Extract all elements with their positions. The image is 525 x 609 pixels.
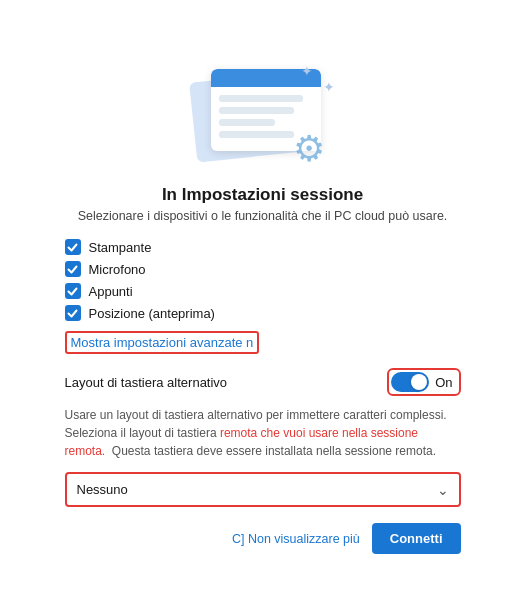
hero-line-3: [219, 119, 275, 126]
checkbox-clipboard-label: Appunti: [89, 284, 133, 299]
toggle-control[interactable]: On: [387, 368, 460, 396]
toggle-on-label: On: [435, 375, 452, 390]
checkbox-printer-box[interactable]: [65, 239, 81, 255]
checkbox-clipboard[interactable]: Appunti: [65, 283, 461, 299]
checkmark-icon: [67, 286, 78, 297]
checkbox-microphone[interactable]: Microfono: [65, 261, 461, 277]
keyboard-dropdown-wrapper: Nessuno ⌄: [65, 472, 461, 507]
keyboard-layout-toggle-row: Layout di tastiera alternativo On: [65, 368, 461, 396]
checkbox-clipboard-box[interactable]: [65, 283, 81, 299]
gear-icon: ⚙: [293, 131, 331, 169]
toggle-switch[interactable]: [391, 372, 429, 392]
sparkle-icon-1: ✦: [301, 63, 313, 79]
dismiss-link[interactable]: C] Non visualizzare più: [232, 532, 360, 546]
checkbox-location[interactable]: Posizione (anteprima): [65, 305, 461, 321]
hero-line-2: [219, 107, 294, 114]
checkmark-icon: [67, 264, 78, 275]
device-checkbox-list: Stampante Microfono Appunti: [65, 239, 461, 321]
description-highlight: remota che vuoi usare nella sessione rem…: [65, 426, 419, 458]
checkbox-microphone-label: Microfono: [89, 262, 146, 277]
hero-line-4: [219, 131, 294, 138]
hero-line-1: [219, 95, 304, 102]
connect-button[interactable]: Connetti: [372, 523, 461, 554]
advanced-settings-section: Mostra impostazioni avanzate n: [65, 331, 461, 354]
checkbox-location-label: Posizione (anteprima): [89, 306, 215, 321]
checkbox-microphone-box[interactable]: [65, 261, 81, 277]
checkmark-icon: [67, 308, 78, 319]
page-subtitle: Selezionare i dispositivi o le funzional…: [78, 209, 448, 223]
page-title: In Impostazioni sessione: [162, 185, 363, 205]
hero-illustration: ⚙ ✦ ✦: [183, 59, 343, 169]
keyboard-dropdown[interactable]: Nessuno: [67, 474, 459, 505]
footer: C] Non visualizzare più Connetti: [65, 523, 461, 554]
keyboard-description: Usare un layout di tastiera alternativo …: [65, 406, 461, 460]
advanced-settings-link[interactable]: Mostra impostazioni avanzate n: [65, 331, 260, 354]
sparkle-icon-2: ✦: [323, 79, 335, 95]
checkmark-icon: [67, 242, 78, 253]
checkbox-printer-label: Stampante: [89, 240, 152, 255]
keyboard-layout-label: Layout di tastiera alternativo: [65, 375, 228, 390]
keyboard-dropdown-container: Nessuno ⌄: [67, 474, 459, 505]
checkbox-location-box[interactable]: [65, 305, 81, 321]
settings-card: ⚙ ✦ ✦ In Impostazioni sessione Seleziona…: [33, 35, 493, 574]
toggle-knob: [411, 374, 427, 390]
checkbox-printer[interactable]: Stampante: [65, 239, 461, 255]
